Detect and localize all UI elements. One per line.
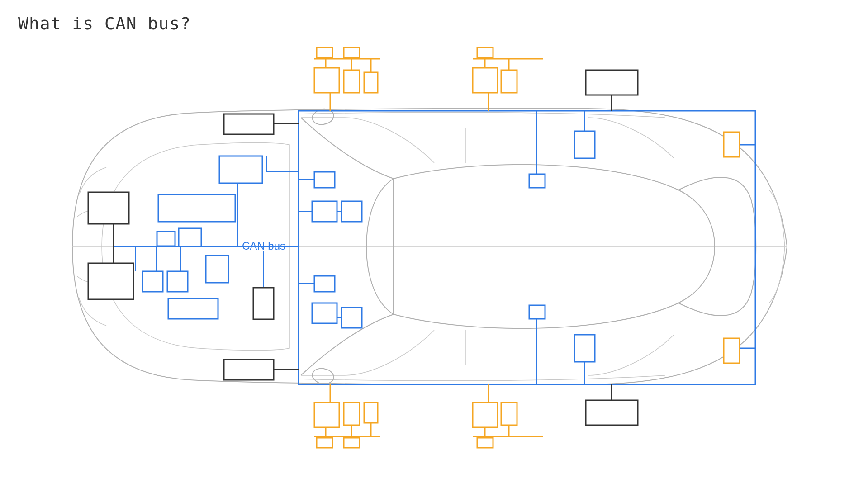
svg-rect-35 [529, 174, 545, 188]
svg-rect-54 [586, 400, 638, 425]
svg-rect-31 [312, 303, 337, 323]
svg-rect-65 [344, 47, 360, 57]
svg-rect-57 [314, 68, 339, 93]
svg-rect-29 [314, 276, 335, 292]
svg-rect-64 [317, 47, 332, 57]
svg-rect-1 [299, 111, 755, 384]
svg-rect-77 [314, 403, 339, 427]
svg-rect-84 [317, 438, 332, 448]
svg-rect-59 [364, 72, 378, 93]
svg-rect-16 [206, 256, 228, 283]
svg-rect-47 [253, 288, 274, 319]
svg-rect-93 [724, 132, 740, 157]
svg-rect-70 [501, 70, 517, 93]
svg-rect-43 [88, 192, 129, 224]
svg-rect-50 [224, 360, 274, 380]
can-bus-loop [299, 111, 755, 384]
svg-rect-19 [168, 298, 218, 319]
svg-rect-14 [157, 232, 175, 246]
black-ecus [88, 70, 638, 425]
svg-rect-58 [344, 70, 360, 93]
svg-rect-48 [224, 114, 274, 134]
svg-rect-88 [501, 403, 517, 425]
svg-rect-69 [473, 68, 498, 93]
svg-rect-17 [142, 271, 163, 292]
can-bus-diagram: CAN bus [0, 0, 868, 488]
svg-rect-52 [586, 70, 638, 95]
svg-rect-25 [312, 201, 337, 222]
front-ecu-tree: CAN bus [113, 111, 595, 384]
svg-rect-94 [724, 338, 740, 363]
svg-rect-41 [574, 335, 595, 362]
svg-rect-18 [167, 271, 188, 292]
svg-rect-26 [342, 201, 362, 222]
svg-rect-13 [158, 194, 235, 222]
svg-rect-39 [574, 131, 595, 158]
orange-ecus [314, 47, 740, 448]
svg-rect-20 [219, 156, 262, 183]
svg-rect-79 [364, 403, 378, 423]
svg-rect-23 [314, 172, 335, 188]
svg-rect-78 [344, 403, 360, 425]
svg-rect-74 [477, 47, 493, 57]
svg-rect-32 [342, 308, 362, 328]
svg-rect-15 [179, 228, 201, 246]
svg-rect-37 [529, 305, 545, 319]
bus-label: CAN bus [242, 240, 285, 252]
svg-rect-92 [477, 438, 493, 448]
svg-rect-85 [344, 438, 360, 448]
svg-rect-45 [88, 263, 133, 299]
svg-rect-87 [473, 403, 498, 427]
